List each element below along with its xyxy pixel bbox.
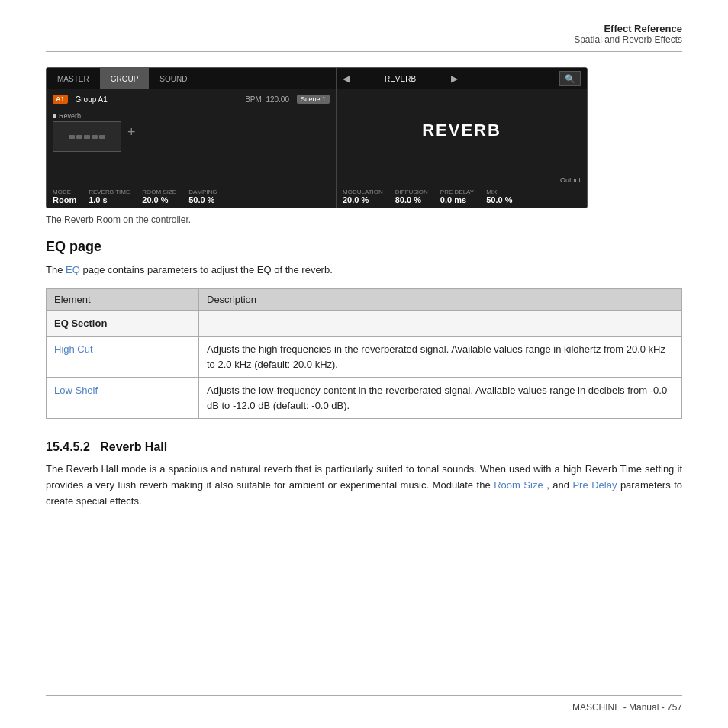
nav-left-arrow[interactable]: ◀ xyxy=(343,73,350,84)
low-shelf-link[interactable]: Low Shelf xyxy=(54,385,98,396)
eq-section-empty xyxy=(199,310,682,337)
col-description-header: Description xyxy=(199,288,682,310)
eq-intro-text: The EQ page contains parameters to adjus… xyxy=(46,263,682,278)
left-params-row: Mode Room REVERB TIME 1.0 s ROOM SIZE 20… xyxy=(47,185,336,208)
param-reverb-time: REVERB TIME 1.0 s xyxy=(89,188,130,205)
right-top-bar: ◀ REVERB ▶ 🔍 xyxy=(337,68,587,89)
header-subtitle: Spatial and Reverb Effects xyxy=(46,34,682,45)
param-mode: Mode Room xyxy=(53,188,76,205)
col-element-header: Element xyxy=(47,288,199,310)
left-panel: MASTER GROUP SOUND A1 Group A1 BPM 12 xyxy=(47,68,337,208)
right-panel-title: REVERB xyxy=(350,75,451,83)
plugin-label: ■ Reverb xyxy=(53,112,121,120)
room-size-link[interactable]: Room Size xyxy=(494,479,543,491)
screenshot-caption: The Reverb Room on the controller. xyxy=(46,214,682,225)
header-title: Effect Reference xyxy=(46,23,682,34)
param-diffusion: DIFFUSION 80.0 % xyxy=(395,188,428,205)
scene-badge: Scene 1 xyxy=(297,95,330,104)
plugin-dots xyxy=(69,135,105,139)
search-icon: 🔍 xyxy=(565,74,575,84)
table-row: High Cut Adjusts the high frequencies in… xyxy=(47,337,682,378)
low-shelf-cell: Low Shelf xyxy=(47,378,199,419)
dot4 xyxy=(92,135,98,139)
bpm-info: BPM 120.00 xyxy=(245,95,289,104)
add-button[interactable]: + xyxy=(127,124,136,140)
low-shelf-desc: Adjusts the low-frequency content in the… xyxy=(199,378,682,419)
eq-table: Element Description EQ Section High Cut … xyxy=(46,288,682,420)
high-cut-link[interactable]: High Cut xyxy=(54,343,93,355)
dot2 xyxy=(76,135,82,139)
tab-group[interactable]: GROUP xyxy=(100,68,150,89)
param-mix: MIX 50.0 % xyxy=(486,188,512,205)
param-room-size: ROOM SIZE 20.0 % xyxy=(142,188,176,205)
page-header: Effect Reference Spatial and Reverb Effe… xyxy=(46,23,682,52)
page-footer: MASCHINE - Manual - 757 xyxy=(46,695,682,713)
table-row: Low Shelf Adjusts the low-frequency cont… xyxy=(47,378,682,419)
pre-delay-link[interactable]: Pre Delay xyxy=(572,479,617,491)
right-params-wrapper: Output MODULATION 20.0 % DIFFUSION 80.0 … xyxy=(337,172,587,208)
high-cut-cell: High Cut xyxy=(47,337,199,378)
plugin-row: ■ Reverb + xyxy=(47,109,336,155)
reverb-hall-heading: 15.4.5.2 Reverb Hall xyxy=(46,440,682,454)
eq-section: EQ page The EQ page contains parameters … xyxy=(46,239,682,419)
group-bar: A1 Group A1 BPM 120.00 Scene 1 xyxy=(47,89,336,109)
high-cut-desc: Adjusts the high frequencies in the reve… xyxy=(199,337,682,378)
group-badge: A1 xyxy=(53,95,68,104)
param-pre-delay: PRE DELAY 0.0 ms xyxy=(440,188,474,205)
right-params-row: MODULATION 20.0 % DIFFUSION 80.0 % PRE D… xyxy=(337,185,587,208)
eq-link[interactable]: EQ xyxy=(66,264,80,275)
right-panel: ◀ REVERB ▶ 🔍 REVERB Output xyxy=(337,68,587,208)
output-label: Output xyxy=(560,176,581,184)
search-icon-box[interactable]: 🔍 xyxy=(559,71,581,86)
plugin-slot xyxy=(53,121,121,152)
dot3 xyxy=(84,135,90,139)
reverb-hall-body: The Reverb Hall mode is a spacious and n… xyxy=(46,462,682,509)
eq-section-label: EQ Section xyxy=(47,310,199,337)
dot1 xyxy=(69,135,75,139)
param-damping: DAMPING 50.0 % xyxy=(188,188,217,205)
tab-master[interactable]: MASTER xyxy=(47,68,100,89)
reverb-hall-section: 15.4.5.2 Reverb Hall The Reverb Hall mod… xyxy=(46,440,682,509)
footer-text: MASCHINE - Manual - 757 xyxy=(572,702,682,713)
param-modulation: MODULATION 20.0 % xyxy=(343,188,383,205)
reverb-big-title: REVERB xyxy=(422,121,501,140)
eq-section-row: EQ Section xyxy=(47,310,682,337)
nav-right-arrow[interactable]: ▶ xyxy=(451,73,458,84)
dot5 xyxy=(99,135,105,139)
tab-bar: MASTER GROUP SOUND xyxy=(47,68,336,89)
group-name: Group A1 xyxy=(76,95,108,104)
screenshot-wrapper: MASTER GROUP SOUND A1 Group A1 BPM 12 xyxy=(46,67,682,208)
reverb-main: REVERB xyxy=(337,89,587,172)
eq-section-heading: EQ page xyxy=(46,239,682,255)
controller-mockup: MASTER GROUP SOUND A1 Group A1 BPM 12 xyxy=(46,67,588,208)
tab-sound[interactable]: SOUND xyxy=(149,68,198,89)
